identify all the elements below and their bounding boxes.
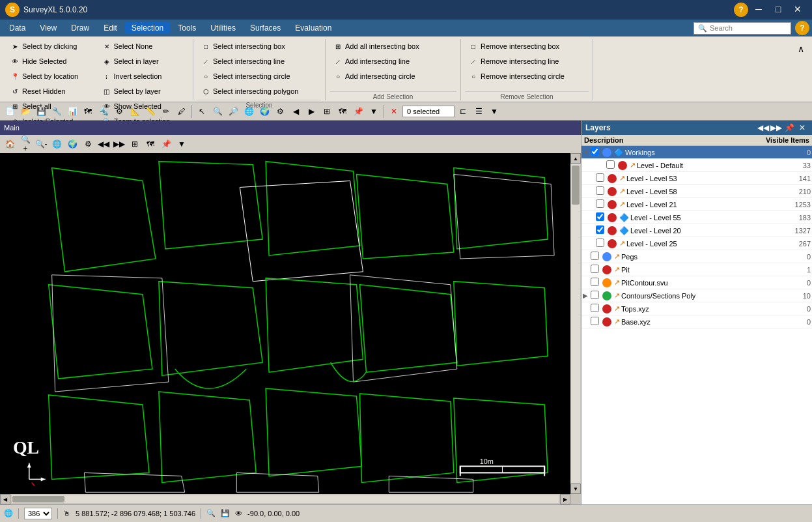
layer-row-pegs[interactable]: ↗ Pegs 0	[581, 250, 812, 263]
tb-btn3[interactable]: 🔧	[49, 104, 64, 119]
layer-row-level-25[interactable]: ↗ Level - Level 25 267	[581, 237, 812, 250]
tb-btn4[interactable]: 📊	[65, 104, 79, 119]
tb-select1[interactable]: ⊏	[456, 104, 470, 119]
tb-gear[interactable]: ⚙	[273, 104, 287, 119]
menu-evaluation[interactable]: Evaluation	[288, 22, 338, 34]
check-level-20[interactable]	[596, 225, 606, 235]
check-level-21[interactable]	[596, 199, 606, 209]
menu-edit[interactable]: Edit	[97, 22, 124, 34]
scroll-up-arrow[interactable]: ▲	[570, 153, 581, 164]
tb-clear[interactable]: ✕	[387, 104, 401, 119]
layer-row-level-55[interactable]: 🔷 Level - Level 55 183	[581, 211, 812, 224]
zoom-select[interactable]: 386	[24, 508, 52, 519]
check-level-25[interactable]	[596, 239, 606, 248]
select-in-layer-btn[interactable]: ◈ Select in layer	[98, 54, 189, 68]
invert-selection-btn[interactable]: ↕ Invert selection	[98, 69, 189, 83]
map-globe2[interactable]: 🌍	[65, 137, 79, 151]
tb-extra[interactable]: ▼	[367, 104, 381, 119]
layers-back-btn[interactable]: ◀◀	[757, 122, 769, 134]
add-intersecting-line-btn[interactable]: ⟋ Add intersecting line	[329, 54, 423, 68]
search-input[interactable]	[710, 24, 788, 32]
tb-zoom-out[interactable]: 🔎	[226, 104, 240, 119]
tb-pin[interactable]: 📌	[351, 104, 365, 119]
expand-icon-contours[interactable]: ▶	[583, 292, 591, 299]
layer-row-contours[interactable]: ▶ ↗ Contours/Sections Poly 10	[581, 289, 812, 302]
remove-intersecting-circle-btn[interactable]: ○ Remove intersecting circle	[465, 69, 568, 83]
map-canvas[interactable]: QL 10	[0, 153, 570, 494]
scroll-left-arrow[interactable]: ◀	[0, 494, 10, 504]
tb-globe[interactable]: 🌐	[242, 104, 256, 119]
map-next[interactable]: ▶▶	[112, 137, 126, 151]
open-btn[interactable]: 📂	[18, 104, 33, 119]
add-all-intersecting-box-btn[interactable]: ⊞ Add all intersecting box	[329, 39, 423, 53]
tb-prev[interactable]: ◀	[288, 104, 303, 119]
new-btn[interactable]: 📄	[3, 104, 17, 119]
map-pin[interactable]: 📌	[159, 137, 173, 151]
layers-pin-btn[interactable]: 📌	[783, 122, 795, 134]
select-intersecting-circle-btn[interactable]: ○ Select intersecting circle	[197, 69, 301, 83]
tb-btn5[interactable]: 🗺	[81, 104, 95, 119]
menu-surfaces[interactable]: Surfaces	[244, 22, 287, 34]
select-intersecting-box-btn[interactable]: □ Select intersecting box	[197, 39, 301, 53]
expand-icon-workings[interactable]: ▼	[583, 149, 591, 156]
add-intersecting-circle-btn[interactable]: ○ Add intersecting circle	[329, 69, 423, 83]
tb-btn9[interactable]: 📏	[143, 104, 158, 119]
check-pitcontour[interactable]	[591, 278, 601, 287]
layers-close-btn[interactable]: ✕	[796, 122, 808, 134]
layers-fwd-btn[interactable]: ▶▶	[770, 122, 782, 134]
check-level-55[interactable]	[596, 212, 606, 222]
layer-row-level-21[interactable]: ↗ Level - Level 21 1253	[581, 198, 812, 211]
map-scrollbar-h[interactable]: ◀ ▶	[0, 494, 570, 504]
remove-intersecting-line-btn[interactable]: ⟋ Remove intersecting line	[465, 54, 568, 68]
select-by-location-btn[interactable]: 📍 Select by location	[7, 69, 98, 83]
close-button[interactable]: ✕	[789, 3, 807, 16]
layer-row-workings[interactable]: ▼ 🔷 Workings 0	[581, 146, 812, 159]
menu-utilities[interactable]: Utilities	[204, 22, 242, 34]
layer-row-tops[interactable]: ↗ Tops.xyz 0	[581, 302, 812, 315]
tb-btn11[interactable]: 🖊	[175, 104, 189, 119]
menu-draw[interactable]: Draw	[64, 22, 96, 34]
tb-select3[interactable]: ▼	[487, 104, 501, 119]
check-workings[interactable]	[591, 147, 601, 157]
tb-select2[interactable]: ☰	[471, 104, 486, 119]
scroll-thumb-v[interactable]	[572, 166, 580, 205]
tb-cursor[interactable]: ↖	[195, 104, 209, 119]
check-level-53[interactable]	[596, 173, 606, 183]
remove-intersecting-box-btn[interactable]: □ Remove intersecting box	[465, 39, 568, 53]
check-contours[interactable]	[591, 291, 601, 300]
check-level-default[interactable]	[606, 160, 617, 170]
menu-data[interactable]: Data	[3, 22, 32, 34]
menu-tools[interactable]: Tools	[171, 22, 203, 34]
reset-hidden-btn[interactable]: ↺ Reset Hidden	[7, 84, 98, 98]
restore-button[interactable]: □	[769, 3, 787, 16]
map-layer-toggle[interactable]: 🗺	[143, 137, 158, 151]
select-intersecting-line-btn[interactable]: ⟋ Select intersecting line	[197, 54, 301, 68]
menu-view[interactable]: View	[33, 22, 63, 34]
check-level-58[interactable]	[596, 186, 606, 196]
save-btn[interactable]: 💾	[34, 104, 48, 119]
hide-selected-btn[interactable]: 👁 Hide Selected	[7, 54, 98, 68]
ribbon-collapse-btn[interactable]: ∧	[794, 42, 808, 56]
map-zoom-out[interactable]: 🔍-	[34, 137, 48, 151]
check-tops[interactable]	[591, 304, 601, 313]
minimize-button[interactable]: ─	[749, 3, 768, 16]
check-pit[interactable]	[591, 265, 601, 274]
scroll-thumb-h[interactable]	[12, 496, 64, 502]
tb-map[interactable]: 🗺	[335, 104, 350, 119]
map-settings[interactable]: ⚙	[81, 137, 95, 151]
help-button[interactable]: ?	[734, 3, 748, 17]
select-by-clicking-btn[interactable]: ➤ Select by clicking	[7, 39, 98, 53]
tb-grid[interactable]: ⊞	[320, 104, 334, 119]
layer-row-pit[interactable]: ↗ Pit 1	[581, 263, 812, 276]
tb-zoom-in[interactable]: 🔍	[210, 104, 225, 119]
layer-row-level-20[interactable]: 🔷 Level - Level 20 1327	[581, 224, 812, 237]
tb-btn6[interactable]: 🔩	[96, 104, 111, 119]
tb-btn7[interactable]: ⚙	[112, 104, 126, 119]
layer-row-level-53[interactable]: ↗ Level - Level 53 141	[581, 172, 812, 185]
check-pegs[interactable]	[591, 252, 601, 261]
map-tb1[interactable]: 🏠	[3, 137, 17, 151]
tb-next[interactable]: ▶	[304, 104, 318, 119]
tb-globe2[interactable]: 🌍	[257, 104, 272, 119]
map-zoom-in[interactable]: 🔍+	[18, 137, 33, 151]
layer-row-level-default[interactable]: ↗ Level - Default 33	[581, 159, 812, 172]
